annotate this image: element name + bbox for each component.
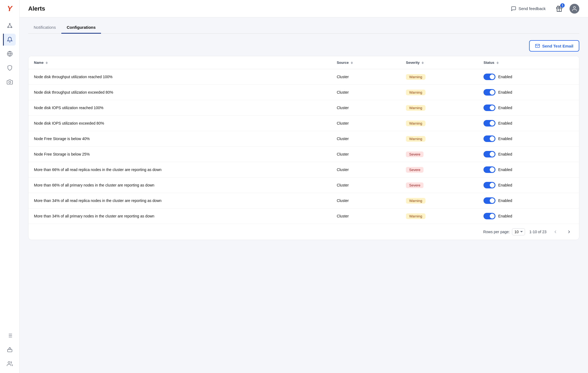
rows-per-page: Rows per page: 10 25 50	[483, 228, 525, 235]
page-info: 1-10 of 23	[529, 230, 546, 234]
cell-name: Node disk throughput utilization reached…	[29, 69, 331, 85]
network-icon	[7, 23, 13, 29]
cell-severity: Severe	[400, 147, 478, 162]
cell-severity: Warning	[400, 116, 478, 131]
sidebar-item-alerts[interactable]	[3, 34, 16, 46]
cell-source: Cluster	[331, 208, 400, 224]
severity-badge: Warning	[406, 213, 425, 219]
svg-line-4	[10, 24, 11, 27]
table-row: Node disk IOPS utilization reached 100%C…	[29, 100, 579, 116]
cell-name: Node disk IOPS utilization exceeded 80%	[29, 116, 331, 131]
sidebar-item-camera[interactable]	[4, 76, 16, 88]
col-status[interactable]: Status	[478, 56, 579, 69]
pagination: Rows per page: 10 25 50 1-10 of 23	[29, 224, 579, 240]
sidebar-item-robot[interactable]	[4, 344, 16, 356]
table-row: Node disk throughput utilization exceede…	[29, 85, 579, 100]
table-row: More than 34% of all read replica nodes …	[29, 193, 579, 208]
cell-source: Cluster	[331, 116, 400, 131]
sidebar-item-globe[interactable]	[4, 48, 16, 60]
status-toggle[interactable]	[483, 89, 495, 96]
content-area: Notifications Configurations Send Test E…	[20, 17, 588, 373]
severity-badge: Warning	[406, 105, 425, 111]
status-toggle[interactable]	[483, 182, 495, 188]
table-row: More than 34% of all primary nodes in th…	[29, 208, 579, 224]
bell-icon	[7, 37, 13, 43]
feedback-icon	[511, 6, 516, 11]
svg-line-3	[8, 24, 10, 27]
chevron-right-icon	[567, 229, 571, 234]
alerts-table: Name Source Severity Status	[28, 56, 579, 240]
send-feedback-label: Send feedback	[519, 6, 546, 11]
cell-source: Cluster	[331, 100, 400, 116]
status-label: Enabled	[498, 183, 512, 187]
status-toggle[interactable]	[483, 197, 495, 204]
cell-name: More than 66% of all read replica nodes …	[29, 162, 331, 178]
cell-status: Enabled	[478, 100, 579, 116]
tab-configurations[interactable]: Configurations	[61, 22, 101, 34]
toolbar: Send Test Email	[28, 40, 579, 52]
col-severity[interactable]: Severity	[400, 56, 478, 69]
cell-name: Node Free Storage is below 40%	[29, 131, 331, 147]
cell-name: More than 34% of all primary nodes in th…	[29, 208, 331, 224]
cell-severity: Warning	[400, 208, 478, 224]
team-icon	[7, 361, 13, 367]
logo-icon: Y	[7, 4, 12, 13]
table-row: More than 66% of all read replica nodes …	[29, 162, 579, 178]
send-test-email-button[interactable]: Send Test Email	[529, 40, 579, 52]
status-toggle[interactable]	[483, 166, 495, 173]
cell-severity: Warning	[400, 131, 478, 147]
robot-icon	[7, 347, 13, 353]
col-source[interactable]: Source	[331, 56, 400, 69]
svg-point-0	[9, 23, 10, 24]
user-avatar[interactable]	[570, 4, 579, 14]
rows-per-page-select[interactable]: 10 25 50	[512, 228, 525, 235]
status-label: Enabled	[498, 198, 512, 203]
svg-point-8	[9, 81, 11, 83]
cell-status: Enabled	[478, 131, 579, 147]
cell-source: Cluster	[331, 162, 400, 178]
cell-severity: Warning	[400, 193, 478, 208]
chevron-left-icon	[553, 229, 558, 234]
col-name[interactable]: Name	[29, 56, 331, 69]
cell-name: More than 34% of all read replica nodes …	[29, 193, 331, 208]
status-toggle[interactable]	[483, 151, 495, 157]
send-test-email-label: Send Test Email	[542, 44, 573, 48]
tab-notifications[interactable]: Notifications	[28, 22, 61, 34]
sidebar-item-network[interactable]	[4, 20, 16, 31]
sidebar-item-security[interactable]	[4, 62, 16, 74]
status-toggle[interactable]	[483, 120, 495, 127]
cell-severity: Warning	[400, 69, 478, 85]
status-toggle[interactable]	[483, 74, 495, 80]
cell-name: Node disk IOPS utilization reached 100%	[29, 100, 331, 116]
cell-name: More than 66% of all primary nodes in th…	[29, 178, 331, 193]
severity-sort-icon	[422, 62, 424, 64]
sidebar-item-list[interactable]	[4, 330, 16, 342]
cell-severity: Warning	[400, 100, 478, 116]
header-actions: Send feedback 1	[508, 4, 579, 14]
cell-name: Node Free Storage is below 25%	[29, 147, 331, 162]
prev-page-button[interactable]	[551, 228, 560, 235]
status-label: Enabled	[498, 214, 512, 218]
status-toggle[interactable]	[483, 213, 495, 219]
table-row: Node Free Storage is below 25%ClusterSev…	[29, 147, 579, 162]
table-header-row: Name Source Severity Status	[29, 56, 579, 69]
status-toggle[interactable]	[483, 135, 495, 142]
status-sort-icon	[497, 62, 499, 64]
send-feedback-button[interactable]: Send feedback	[508, 4, 549, 13]
app-logo[interactable]: Y	[4, 3, 15, 14]
email-icon	[535, 43, 540, 48]
status-label: Enabled	[498, 121, 512, 125]
cell-source: Cluster	[331, 147, 400, 162]
sidebar-item-team[interactable]	[4, 358, 16, 370]
cell-severity: Warning	[400, 85, 478, 100]
severity-badge: Warning	[406, 74, 425, 80]
svg-point-16	[8, 362, 10, 363]
next-page-button[interactable]	[564, 228, 574, 235]
status-label: Enabled	[498, 106, 512, 110]
header: Alerts Send feedback 1	[20, 0, 588, 17]
status-label: Enabled	[498, 75, 512, 79]
gift-button[interactable]: 1	[554, 4, 564, 14]
status-toggle[interactable]	[483, 105, 495, 111]
list-icon	[7, 333, 13, 339]
cell-status: Enabled	[478, 162, 579, 178]
